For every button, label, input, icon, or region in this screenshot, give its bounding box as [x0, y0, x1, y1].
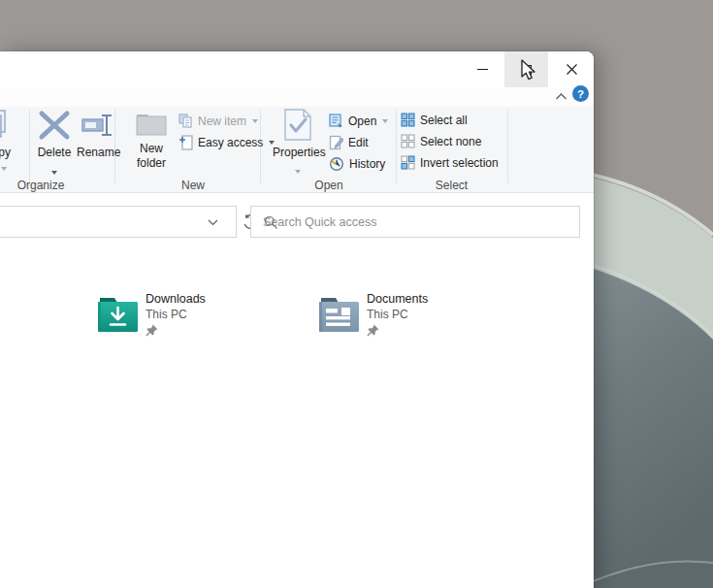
history-label: History [349, 157, 385, 171]
new-folder-icon [136, 112, 167, 137]
search-box[interactable] [250, 206, 580, 238]
invert-selection-label: Invert selection [420, 156, 499, 170]
delete-button[interactable]: Delete [32, 108, 77, 178]
delete-label: Delete [32, 147, 77, 159]
properties-label: Properties [273, 147, 323, 159]
copy-to-icon [0, 110, 12, 141]
minimize-icon [477, 69, 488, 70]
group-label-organize: Organize [0, 179, 81, 192]
item-name: Documents [367, 292, 428, 306]
invert-selection-icon [401, 155, 415, 170]
properties-icon [284, 109, 311, 141]
open-icon [329, 114, 343, 128]
item-location: This PC [367, 308, 408, 321]
history-button[interactable]: History [329, 155, 385, 172]
navigation-row [0, 193, 594, 250]
edit-label: Edit [348, 136, 369, 149]
history-icon [329, 156, 344, 172]
edit-icon [329, 135, 343, 150]
close-icon [567, 64, 577, 75]
rename-icon [80, 110, 114, 141]
dropdown-caret-icon [382, 119, 388, 123]
minimize-button[interactable] [461, 51, 504, 87]
dropdown-caret-icon [252, 119, 258, 123]
new-item-icon [178, 114, 193, 128]
address-dropdown-chevron-icon[interactable] [208, 219, 218, 226]
select-none-icon [401, 134, 415, 148]
select-all-button[interactable]: Select all [401, 112, 468, 128]
ribbon: Copy to Delete Rename Organize [0, 107, 594, 193]
new-folder-button[interactable]: New folder [127, 108, 176, 178]
group-label-select: Select [396, 179, 507, 192]
file-explorer-window: ? Copy to Delete [0, 51, 594, 588]
new-folder-label-line1: New [127, 143, 176, 155]
ribbon-tab-row: ? [0, 87, 594, 107]
new-item-label: New item [198, 114, 246, 128]
properties-button[interactable]: Properties [273, 108, 323, 178]
group-label-open: Open [272, 179, 386, 192]
dropdown-caret-icon [51, 171, 57, 175]
copy-to-button[interactable]: Copy to [0, 108, 27, 178]
invert-selection-button[interactable]: Invert selection [401, 154, 499, 171]
dropdown-caret-icon [295, 170, 301, 174]
delete-icon [36, 110, 73, 141]
title-bar[interactable] [0, 51, 594, 87]
open-label: Open [348, 114, 376, 128]
easy-access-button[interactable]: Easy access [178, 134, 275, 150]
search-icon [264, 215, 278, 230]
select-all-label: Select all [420, 114, 468, 127]
quick-access-tile-downloads[interactable]: Downloads This PC [93, 289, 297, 386]
search-input[interactable] [263, 215, 579, 229]
mouse-cursor [518, 58, 539, 82]
rename-button[interactable]: Rename [77, 108, 117, 178]
select-all-icon [401, 113, 415, 127]
file-list: Downloads This PC Docume [0, 250, 594, 588]
easy-access-label: Easy access [198, 136, 263, 149]
easy-access-icon [178, 135, 193, 150]
address-bar[interactable] [0, 206, 237, 238]
new-item-button[interactable]: New item [178, 113, 258, 129]
new-folder-label-line2: folder [127, 157, 176, 170]
edit-button[interactable]: Edit [329, 134, 369, 150]
rename-label: Rename [77, 147, 117, 159]
item-location: This PC [146, 308, 187, 321]
ribbon-separator [396, 110, 397, 183]
copy-to-label-line1: Copy [0, 147, 27, 159]
quick-access-tile-documents[interactable]: Documents This PC [314, 289, 518, 386]
close-button[interactable] [549, 51, 594, 87]
pinned-icon [146, 324, 158, 337]
documents-folder-icon [318, 297, 360, 333]
ribbon-separator [29, 110, 30, 183]
pinned-icon [367, 324, 379, 337]
select-none-button[interactable]: Select none [401, 133, 481, 149]
copy-to-label-line2: to [0, 161, 27, 174]
group-label-new: New [136, 179, 250, 192]
ribbon-separator [507, 110, 508, 183]
item-name: Downloads [146, 292, 206, 306]
downloads-folder-icon [97, 297, 139, 333]
help-button[interactable]: ? [572, 85, 589, 102]
open-button[interactable]: Open [329, 113, 388, 129]
select-none-label: Select none [420, 135, 481, 148]
dropdown-caret-icon [1, 167, 7, 171]
collapse-ribbon-chevron-icon[interactable] [555, 92, 567, 101]
